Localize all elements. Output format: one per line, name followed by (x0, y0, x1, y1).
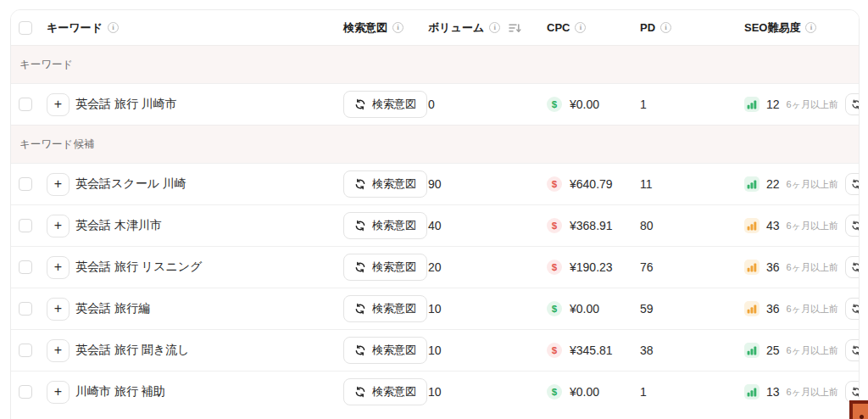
difficulty-bars-icon (744, 301, 760, 316)
difficulty-bars-icon (744, 176, 760, 192)
row-checkbox[interactable] (19, 260, 32, 274)
difficulty-value: 12 (766, 98, 780, 111)
search-intent-button[interactable]: 検索意図 (343, 337, 427, 364)
difficulty-value: 36 (766, 302, 780, 316)
plus-icon: + (54, 219, 62, 232)
search-intent-label: 検索意図 (372, 97, 416, 112)
refresh-icon (851, 304, 860, 314)
row-checkbox[interactable] (19, 219, 32, 232)
info-icon[interactable]: i (575, 22, 586, 33)
table-row: + 英会話 旅行 川崎市 検索意図 0 $ ¥0.00 1 (11, 83, 859, 125)
refresh-icon (354, 344, 366, 356)
info-icon[interactable]: i (392, 22, 403, 33)
row-refresh-button[interactable] (845, 215, 860, 237)
pd-value: 80 (640, 219, 654, 232)
row-checkbox[interactable] (19, 385, 32, 399)
volume-value: 90 (428, 177, 442, 191)
difficulty-bars-icon (744, 260, 760, 275)
cpc-value: ¥0.00 (570, 302, 599, 316)
refresh-icon (354, 220, 366, 232)
plus-icon: + (54, 302, 62, 316)
cpc-value: ¥345.81 (570, 344, 613, 357)
table-body: キーワード + 英会話 旅行 川崎市 検索意図 0 $ ¥0.00 1 (11, 45, 859, 412)
add-keyword-button[interactable]: + (47, 339, 70, 362)
updated-label: 6ヶ月以上前 (787, 178, 838, 191)
highlight-dot (860, 415, 864, 419)
keyword-text: 英会話 木津川市 (75, 218, 162, 233)
add-keyword-button[interactable]: + (47, 256, 70, 279)
add-keyword-button[interactable]: + (47, 381, 70, 404)
refresh-icon (851, 262, 860, 272)
dollar-icon: $ (547, 176, 562, 192)
column-header-cpc: CPC i (547, 21, 640, 34)
table-row: + 川崎市 旅行 補助 検索意図 10 $ ¥0.00 1 (11, 371, 859, 412)
pd-value: 1 (640, 385, 647, 399)
add-keyword-button[interactable]: + (47, 215, 70, 237)
add-keyword-button[interactable]: + (47, 298, 70, 321)
info-icon[interactable]: i (660, 22, 671, 33)
row-refresh-button[interactable] (845, 339, 860, 361)
refresh-icon (354, 178, 366, 190)
refresh-icon (851, 387, 860, 397)
column-header-volume: ボリューム i (428, 20, 547, 36)
refresh-icon (354, 98, 366, 110)
table-row: + 英会話 旅行 聞き流し 検索意図 10 $ ¥345.81 38 (11, 329, 859, 371)
row-checkbox[interactable] (19, 177, 32, 191)
column-header-keyword: キーワード i (47, 20, 343, 36)
pd-value: 76 (640, 260, 654, 274)
info-icon[interactable]: i (805, 22, 816, 33)
highlight-box (849, 400, 868, 419)
plus-icon: + (54, 385, 62, 399)
dollar-icon: $ (547, 97, 562, 112)
cpc-value: ¥0.00 (570, 98, 599, 111)
dollar-icon: $ (547, 301, 562, 316)
updated-label: 6ヶ月以上前 (787, 261, 838, 274)
sort-descending-icon[interactable] (509, 23, 521, 33)
difficulty-bars-icon (744, 218, 760, 233)
add-keyword-button[interactable]: + (47, 173, 70, 196)
row-checkbox[interactable] (19, 344, 32, 357)
cpc-value: ¥640.79 (570, 177, 613, 191)
cpc-value: ¥368.91 (570, 219, 613, 232)
add-keyword-button[interactable]: + (47, 93, 70, 116)
column-header-pd: PD i (640, 21, 744, 34)
search-intent-label: 検索意図 (372, 384, 416, 399)
search-intent-button[interactable]: 検索意図 (343, 378, 427, 405)
search-intent-button[interactable]: 検索意図 (343, 295, 427, 322)
difficulty-value: 36 (766, 260, 780, 274)
row-refresh-button[interactable] (845, 298, 860, 320)
dollar-icon: $ (547, 343, 562, 358)
table-row: + 英会話 旅行 リスニング 検索意図 20 $ ¥190.23 76 (11, 246, 859, 288)
pd-value: 1 (640, 98, 647, 111)
search-intent-button[interactable]: 検索意図 (343, 254, 427, 281)
difficulty-bars-icon (744, 97, 760, 112)
row-refresh-button[interactable] (845, 256, 860, 278)
plus-icon: + (54, 260, 62, 274)
difficulty-bars-icon (744, 384, 760, 399)
updated-label: 6ヶ月以上前 (787, 344, 838, 357)
keyword-text: 英会話 旅行 リスニング (75, 260, 202, 275)
search-intent-button[interactable]: 検索意図 (343, 212, 427, 239)
volume-value: 10 (428, 385, 442, 399)
difficulty-value: 22 (766, 177, 780, 191)
section-header-row: キーワード (11, 45, 859, 83)
row-checkbox[interactable] (19, 302, 32, 316)
cpc-value: ¥0.00 (570, 385, 599, 399)
info-icon[interactable]: i (108, 22, 119, 33)
refresh-icon (851, 221, 860, 231)
volume-value: 40 (428, 219, 442, 232)
search-intent-label: 検索意図 (372, 301, 416, 316)
row-checkbox[interactable] (19, 98, 32, 111)
search-intent-button[interactable]: 検索意図 (343, 170, 427, 198)
info-icon[interactable]: i (489, 22, 500, 33)
select-all-checkbox[interactable] (19, 21, 32, 35)
row-refresh-button[interactable] (845, 173, 860, 195)
search-intent-button[interactable]: 検索意図 (343, 91, 427, 118)
refresh-icon (354, 303, 366, 315)
refresh-icon (354, 386, 366, 398)
dollar-icon: $ (547, 384, 562, 399)
row-refresh-button[interactable] (845, 93, 860, 115)
difficulty-bars-icon (744, 343, 760, 358)
difficulty-value: 25 (766, 344, 780, 357)
pd-value: 38 (640, 344, 654, 357)
